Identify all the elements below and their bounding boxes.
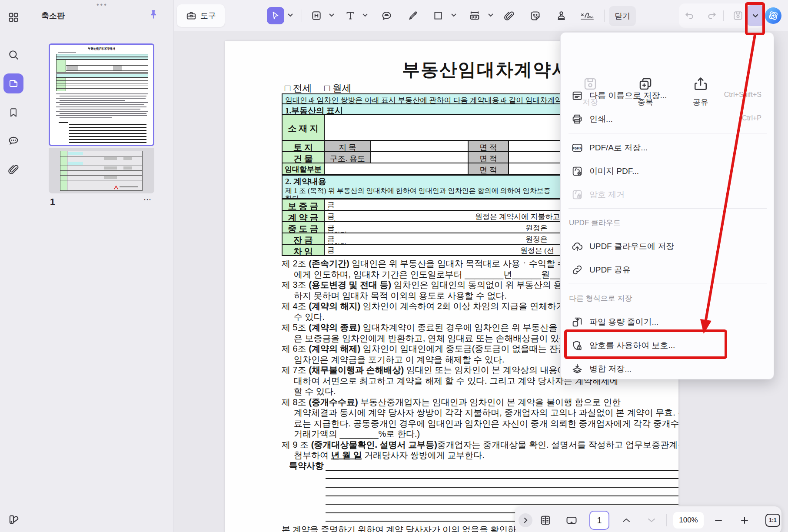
text-tool-chevron-icon[interactable] [362,13,368,17]
cell-area1-label: 면 적 [469,142,508,152]
chevron-up-icon [622,518,630,523]
stamp-tool-button[interactable] [552,7,570,24]
thumb-sketch-line [69,139,146,140]
panel-drag-handle[interactable]: ••• [96,1,108,9]
text-tool-button[interactable] [342,7,359,24]
doc-section2-line1: 제 1 조 (목적) 위 부동산의 임대차에 한하여 임대인과 임차인은 합의에… [285,186,551,196]
cell-geonmul-value [370,151,469,163]
undo-icon [684,10,695,21]
thumb-sketch-cell [123,157,132,160]
compress-icon [571,316,583,328]
toolbar-separator [604,10,605,22]
cell-geonmul: 건 물 [282,151,325,163]
page-number-input[interactable]: 1 [589,511,609,530]
thumbnail-panel: ••• 축소판 부동산임대차계약서 [27,0,174,532]
signature-tool-button[interactable] [577,7,597,24]
thumb-sketch-line [66,68,148,68]
page-thumbnail-icon [8,78,19,89]
thumb-sketch-line [57,88,148,89]
actual-size-button[interactable]: 1:1 [765,514,780,527]
sidebar-item-bookmarks[interactable] [7,106,20,120]
cell-jimok-label: 지 목 [325,142,370,152]
close-edit-label: 닫기 [615,11,630,21]
save-button[interactable] [730,8,746,23]
sidebar-item-attachments[interactable] [7,163,20,176]
thumb-sketch-cell [113,68,122,70]
thumb-sketch-line [57,80,148,81]
page-thumbnail-1[interactable]: 부동산임대차계약서 [49,43,154,146]
zoom-in-button[interactable] [738,513,751,527]
clause-line: 료는 지급한다. 공동중개인 경우에 임대인과 임차인은 자신이 중개 의뢰한 … [294,418,678,429]
zoom-level-input[interactable]: 100% [673,512,704,529]
thumb-sketch-line [57,83,148,83]
page-thumbnail-2[interactable] [49,148,154,193]
thumb-sketch-line [56,111,148,112]
thumb-sketch-line [59,122,68,123]
document-title: 부동산임대차계약서 [402,58,570,82]
money-right: 원정은 [525,223,548,233]
presentation-button[interactable] [564,512,579,528]
bottom-toolbar: 1 100% 1:1 [515,506,781,532]
sidebar-item-comments[interactable] [7,134,20,148]
menu-cloud-save-label: UPDF 클라우드에 저장 [589,241,674,252]
thumb-sketch-band [56,54,148,57]
app-window: 도구 [0,0,788,532]
merge-layers-icon [571,363,583,375]
sidebar-item-thumbnails[interactable] [3,73,23,93]
shape-tool-chevron-icon[interactable] [451,13,457,17]
special-terms-line [326,487,678,488]
thumb-sketch-line [56,106,146,107]
pin-panel-button[interactable] [148,9,159,20]
redo-button[interactable] [704,8,720,23]
pencil-tool-button[interactable] [404,7,422,24]
sidebar-item-appearance[interactable] [7,513,20,527]
thumb-sketch-line [60,166,142,166]
ai-assistant-button[interactable] [765,7,782,24]
thumb-association-logo [114,184,118,188]
close-edit-button[interactable]: 닫기 [609,6,636,26]
text-tool-icon [345,10,356,21]
tools-button[interactable]: 도구 [177,4,225,27]
cell-imdae-value [324,163,469,175]
pdfa-icon: PDF/A [571,142,583,154]
tools-button-label: 도구 [200,10,216,21]
header-tool-chevron-icon[interactable] [329,13,335,17]
thumb-title: 부동산임대차계약서 [50,47,153,51]
previous-page-button[interactable] [619,514,633,526]
thumb-sketch-line [69,136,146,137]
attachment-tool-button[interactable] [500,7,518,24]
sticker-icon [529,10,541,22]
shape-tool-button[interactable] [429,7,447,24]
undo-button[interactable] [682,8,697,23]
thumbnail-more-button[interactable]: ⋯ [143,195,152,204]
cell-sojaeji-label: 소 재 지 [283,123,324,134]
menu-image-pdf-label: 이미지 PDF... [589,166,639,177]
cell-area2: 면 적 [468,151,509,163]
clause-line: 임차인은 계약금을 포기하고 이 계약을 해제할 수 있다. [294,354,504,366]
menu-quick-share[interactable]: 공유 [677,76,725,107]
thumb-sketch-line [69,142,146,143]
sticker-tool-button[interactable] [526,7,544,24]
toolbox-icon [186,10,197,21]
clause-line: 할 수 있다. [294,386,336,397]
menu-protect-label: 암호를 사용하여 보호... [589,340,675,351]
expand-bar-button[interactable] [519,513,532,527]
next-page-button[interactable] [645,514,658,526]
sidebar-item-grid[interactable] [7,10,20,24]
header-footer-tool-button[interactable] [308,7,325,24]
page-layout-button[interactable] [538,512,553,528]
menu-divider [569,133,767,133]
save-options-dropdown-button[interactable] [747,5,764,26]
zoom-out-button[interactable] [712,513,725,527]
comment-tool-button[interactable] [378,7,395,24]
measure-tool-button[interactable] [466,7,483,24]
save-icon [582,76,598,92]
select-tool-button[interactable] [267,7,284,24]
measure-tool-chevron-icon[interactable] [488,13,494,17]
remove-password-icon [571,189,583,201]
clause-line: 첨부하여 년 월 일 거래당사자 쌍방에게 교부한다. [294,449,485,461]
clause-line: 하지 못하며 임대차 목적 이외의 용도로 사용할 수 없다. [294,290,507,302]
ruler-icon [469,10,481,22]
select-tool-chevron-icon[interactable] [287,13,293,17]
sidebar-item-search[interactable] [7,48,20,62]
